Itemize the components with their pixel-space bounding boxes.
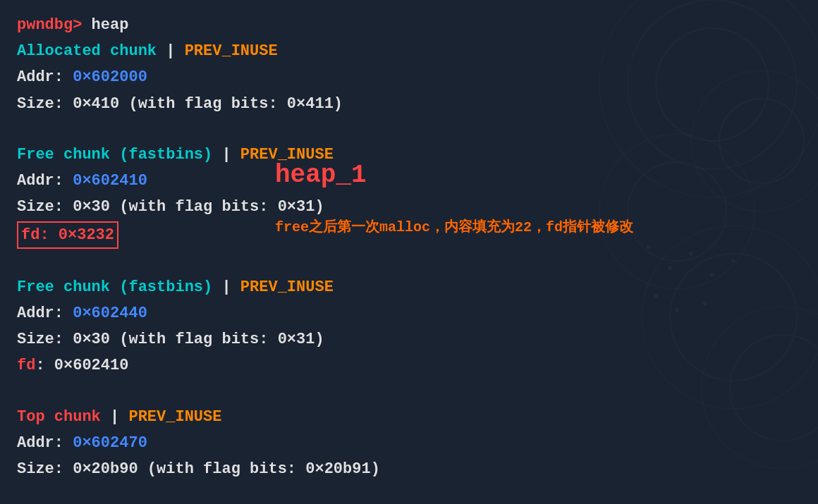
free-chunk1-addr-label: Addr:: [17, 168, 73, 193]
free-chunk1-sep: |: [212, 142, 240, 167]
free-chunk1-fd-line: fd: 0×3232: [17, 221, 801, 249]
free-chunk2-addr-label: Addr:: [17, 301, 73, 326]
allocated-label: Allocated chunk: [17, 39, 157, 63]
allocated-size-line: Size: 0×410 (with flag bits: 0×411): [17, 92, 801, 116]
free-chunk1-addr-line: Addr: 0×602410: [17, 168, 801, 193]
free-chunk2-line1: Free chunk (fastbins) | PREV_INUSE: [17, 275, 801, 300]
top-chunk-flag: PREV_INUSE: [128, 405, 221, 429]
prompt-text: pwndbg>: [17, 13, 82, 37]
free-chunk2-fd-line: fd : 0×602410: [17, 353, 801, 378]
terminal: pwndbg> heap Allocated chunk | PREV_INUS…: [0, 0, 818, 496]
top-chunk-addr-line: Addr: 0×602470: [17, 431, 801, 455]
free-chunk2-addr-line: Addr: 0×602440: [17, 301, 801, 326]
allocated-chunk-line1: Allocated chunk | PREV_INUSE: [17, 39, 801, 63]
free-chunk1-size-line: Size: 0×30 (with flag bits: 0×31): [17, 195, 801, 219]
free-chunk1-flag: PREV_INUSE: [240, 142, 334, 167]
allocated-addr-label: Addr:: [17, 65, 73, 90]
free-chunk2-size-line: Size: 0×30 (with flag bits: 0×31): [17, 327, 801, 352]
free-chunk1-fd-boxed: fd: 0×3232: [17, 221, 118, 249]
prompt-line: pwndbg> heap: [17, 13, 801, 37]
free-chunk1-line1: Free chunk (fastbins) | PREV_INUSE: [17, 142, 801, 167]
command-text: heap: [82, 13, 128, 37]
blank-1: [17, 118, 801, 142]
allocated-sep: |: [157, 39, 185, 63]
top-chunk-addr-value: 0×602470: [73, 431, 147, 455]
free-chunk2-fd-value: 0×602410: [54, 353, 129, 378]
free-chunk1-addr-value: 0×602410: [73, 168, 147, 193]
allocated-flag: PREV_INUSE: [185, 39, 278, 63]
top-chunk-line1: Top chunk | PREV_INUSE: [17, 405, 801, 429]
free-chunk2-flag: PREV_INUSE: [240, 275, 334, 300]
top-chunk-addr-label: Addr:: [17, 431, 73, 455]
allocated-addr-line: Addr: 0×602000: [17, 65, 801, 90]
free-chunk2-size-text: Size: 0×30 (with flag bits: 0×31): [17, 327, 324, 352]
top-chunk-sep: |: [101, 405, 129, 429]
free-chunk2-addr-value: 0×602440: [73, 301, 147, 326]
free-chunk2-sep: |: [212, 275, 240, 300]
free-chunk1-size-text: Size: 0×30 (with flag bits: 0×31): [17, 195, 324, 219]
top-chunk-label: Top chunk: [17, 405, 101, 429]
free-chunk2-label: Free chunk (fastbins): [17, 275, 212, 300]
allocated-size-text: Size: 0×410 (with flag bits: 0×411): [17, 92, 343, 116]
top-chunk-size-text: Size: 0×20b90 (with flag bits: 0×20b91): [17, 457, 380, 481]
free-chunk2-fd-colon: :: [35, 353, 54, 378]
blank-3: [17, 380, 801, 405]
free-chunk2-fd-label: fd: [17, 353, 35, 378]
blank-2: [17, 250, 801, 275]
top-chunk-size-line: Size: 0×20b90 (with flag bits: 0×20b91): [17, 457, 801, 481]
free-chunk1-label: Free chunk (fastbins): [17, 142, 212, 167]
allocated-addr-value: 0×602000: [73, 65, 147, 90]
